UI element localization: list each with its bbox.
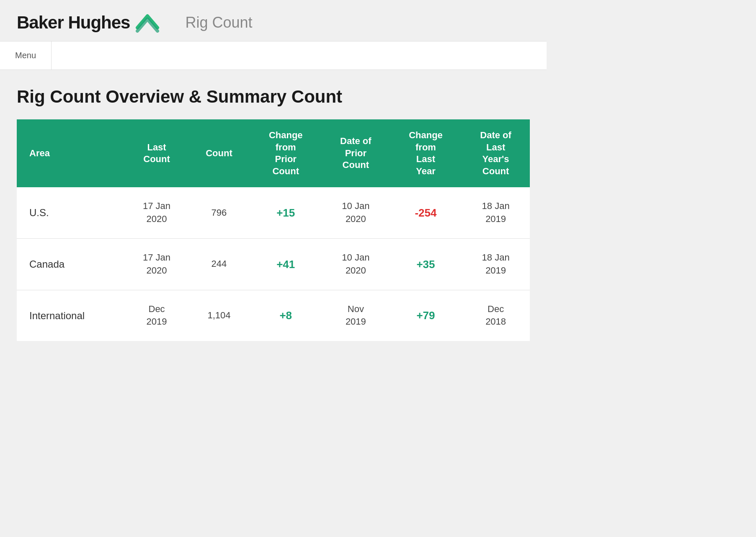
- navbar: Menu: [0, 41, 547, 70]
- cell-date-last-year: 18 Jan2019: [462, 238, 530, 290]
- col-date-prior: Date ofPriorCount: [322, 119, 390, 187]
- cell-date-prior: 10 Jan2020: [322, 187, 390, 238]
- menu-button[interactable]: Menu: [0, 41, 52, 70]
- baker-hughes-logo-icon: [135, 13, 160, 33]
- page-header: Baker Hughes Rig Count: [0, 0, 547, 41]
- rig-count-table: Area LastCount Count ChangefromPriorCoun…: [17, 119, 530, 341]
- cell-last-count: 17 Jan2020: [125, 187, 188, 238]
- cell-area: International: [17, 290, 125, 341]
- col-area: Area: [17, 119, 125, 187]
- header-title: Rig Count: [185, 14, 252, 31]
- logo-area: Baker Hughes: [17, 13, 160, 33]
- cell-count: 1,104: [188, 290, 250, 341]
- page-content: Rig Count Overview & Summary Count Area …: [0, 70, 547, 358]
- cell-change-last-year: +79: [390, 290, 462, 341]
- cell-change-last-year: +35: [390, 238, 462, 290]
- table-row: U.S.17 Jan2020796+1510 Jan2020-25418 Jan…: [17, 187, 530, 238]
- cell-date-last-year: 18 Jan2019: [462, 187, 530, 238]
- table-row: Canada17 Jan2020244+4110 Jan2020+3518 Ja…: [17, 238, 530, 290]
- col-last-count: LastCount: [125, 119, 188, 187]
- cell-last-count: 17 Jan2020: [125, 238, 188, 290]
- cell-date-prior: Nov2019: [322, 290, 390, 341]
- cell-count: 244: [188, 238, 250, 290]
- cell-change-prior: +8: [250, 290, 322, 341]
- cell-change-prior: +41: [250, 238, 322, 290]
- cell-area: Canada: [17, 238, 125, 290]
- cell-change-last-year: -254: [390, 187, 462, 238]
- cell-count: 796: [188, 187, 250, 238]
- cell-area: U.S.: [17, 187, 125, 238]
- logo-text: Baker Hughes: [17, 13, 130, 33]
- table-header-row: Area LastCount Count ChangefromPriorCoun…: [17, 119, 530, 187]
- cell-last-count: Dec2019: [125, 290, 188, 341]
- cell-date-last-year: Dec2018: [462, 290, 530, 341]
- cell-change-prior: +15: [250, 187, 322, 238]
- col-count: Count: [188, 119, 250, 187]
- col-change-prior: ChangefromPriorCount: [250, 119, 322, 187]
- page-title: Rig Count Overview & Summary Count: [17, 87, 530, 107]
- table-row: InternationalDec20191,104+8Nov2019+79Dec…: [17, 290, 530, 341]
- col-change-last-year: ChangefromLastYear: [390, 119, 462, 187]
- col-date-last-year: Date ofLastYear'sCount: [462, 119, 530, 187]
- cell-date-prior: 10 Jan2020: [322, 238, 390, 290]
